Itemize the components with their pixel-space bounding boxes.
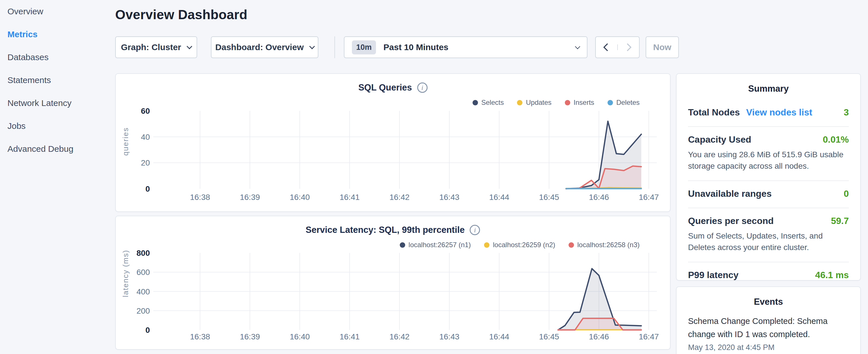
svg-text:16:40: 16:40	[290, 193, 310, 202]
svg-text:0: 0	[145, 326, 150, 334]
svg-text:16:43: 16:43	[439, 332, 459, 341]
chevron-left-icon	[603, 43, 611, 51]
svg-text:16:44: 16:44	[489, 193, 509, 202]
svg-text:16:42: 16:42	[390, 193, 409, 202]
svg-text:800: 800	[136, 249, 150, 257]
event-timestamp: May 13, 2020 at 4:45 PM	[688, 343, 849, 352]
sidebar-item-databases[interactable]: Databases	[0, 46, 115, 69]
sidebar: Overview Metrics Databases Statements Ne…	[0, 0, 115, 354]
summary-caption: You are using 28.6 MiB of 515.9 GiB usab…	[688, 149, 849, 172]
controls-divider	[334, 36, 335, 58]
view-nodes-list-link[interactable]: View nodes list	[746, 107, 812, 118]
summary-caption: Sum of Selects, Updates, Inserts, and De…	[688, 230, 849, 253]
svg-text:20: 20	[141, 158, 150, 167]
summary-row-capacity-used: Capacity Used 0.01% You are using 28.6 M…	[688, 127, 849, 181]
svg-text:16:46: 16:46	[589, 193, 609, 202]
svg-text:0: 0	[145, 185, 150, 193]
svg-text:16:39: 16:39	[240, 332, 260, 341]
service-latency-card: Service Latency: SQL, 99th percentile i …	[115, 216, 671, 350]
summary-label: Capacity Used	[688, 134, 751, 145]
sidebar-item-network-latency[interactable]: Network Latency	[0, 92, 115, 115]
page-title: Overview Dashboard	[115, 7, 247, 22]
summary-value: 0.01%	[823, 134, 849, 145]
summary-value: 0	[844, 189, 849, 199]
prev-time-button[interactable]	[596, 44, 617, 50]
svg-text:16:44: 16:44	[489, 332, 509, 341]
dashboard-dropdown-label: Dashboard: Overview	[215, 42, 304, 52]
sidebar-item-metrics[interactable]: Metrics	[0, 23, 115, 46]
summary-value: 3	[844, 107, 849, 118]
svg-text:16:38: 16:38	[190, 193, 210, 202]
chevron-down-icon	[309, 43, 315, 49]
svg-text:16:39: 16:39	[240, 193, 260, 202]
event-list-item[interactable]: Schema Change Completed: Schema change w…	[677, 307, 860, 352]
summary-title: Summary	[677, 74, 860, 94]
summary-row-total-nodes: Total Nodes View nodes list 3	[688, 100, 849, 127]
graph-dropdown-label: Graph: Cluster	[121, 42, 181, 52]
summary-row-queries-per-second: Queries per second 59.7 Sum of Selects, …	[688, 208, 849, 262]
graph-dropdown[interactable]: Graph: Cluster	[115, 36, 197, 58]
svg-text:16:43: 16:43	[439, 193, 459, 202]
sql-queries-chart[interactable]: 16:3816:3916:4016:4116:4216:4316:4416:45…	[116, 74, 671, 212]
time-step-buttons	[595, 36, 640, 58]
chevron-down-icon	[187, 43, 192, 49]
sidebar-item-overview[interactable]: Overview	[0, 0, 115, 23]
time-range-label: Past 10 Minutes	[383, 42, 448, 52]
event-message: Schema Change Completed: Schema change w…	[688, 315, 849, 341]
svg-text:16:47: 16:47	[639, 332, 659, 341]
summary-row-p99-latency: P99 latency 46.1 ms	[688, 262, 849, 289]
svg-text:16:45: 16:45	[539, 332, 559, 341]
events-panel: Events Schema Change Completed: Schema c…	[676, 286, 861, 354]
now-button[interactable]: Now	[646, 36, 679, 58]
svg-text:16:47: 16:47	[639, 193, 659, 202]
svg-text:60: 60	[141, 106, 150, 116]
dashboard-dropdown[interactable]: Dashboard: Overview	[211, 36, 318, 58]
svg-text:400: 400	[136, 287, 150, 296]
svg-text:600: 600	[136, 268, 150, 277]
summary-value: 59.7	[831, 216, 849, 226]
summary-row-unavailable-ranges: Unavailable ranges 0	[688, 181, 849, 208]
next-time-button[interactable]	[617, 44, 639, 50]
summary-panel: Summary Total Nodes View nodes list 3 Ca…	[676, 73, 861, 281]
events-title: Events	[677, 287, 860, 307]
summary-label: Queries per second	[688, 216, 774, 226]
svg-text:16:41: 16:41	[340, 193, 360, 202]
svg-text:16:40: 16:40	[290, 332, 310, 341]
svg-text:16:41: 16:41	[340, 332, 360, 341]
svg-text:16:42: 16:42	[390, 332, 409, 341]
svg-text:40: 40	[141, 133, 150, 141]
sidebar-item-jobs[interactable]: Jobs	[0, 115, 115, 137]
svg-text:200: 200	[136, 307, 150, 315]
sidebar-item-statements[interactable]: Statements	[0, 69, 115, 92]
chevron-down-icon	[575, 44, 580, 49]
service-latency-chart[interactable]: 16:3816:3916:4016:4116:4216:4316:4416:45…	[116, 216, 671, 350]
time-range-dropdown[interactable]: 10m Past 10 Minutes	[344, 36, 587, 58]
chevron-right-icon	[624, 43, 631, 51]
svg-text:16:45: 16:45	[539, 193, 559, 202]
sidebar-item-advanced-debug[interactable]: Advanced Debug	[0, 137, 115, 160]
svg-text:16:46: 16:46	[589, 332, 609, 341]
summary-label: Unavailable ranges	[688, 189, 772, 199]
summary-value: 46.1 ms	[815, 270, 849, 280]
sql-queries-card: SQL Queries i Selects Updates Inserts De…	[115, 73, 671, 212]
time-range-badge: 10m	[352, 40, 376, 55]
summary-label: P99 latency	[688, 270, 739, 280]
svg-text:16:38: 16:38	[190, 332, 210, 341]
summary-label: Total Nodes	[688, 107, 740, 118]
controls-bar: Graph: Cluster Dashboard: Overview 10m P…	[115, 36, 679, 58]
